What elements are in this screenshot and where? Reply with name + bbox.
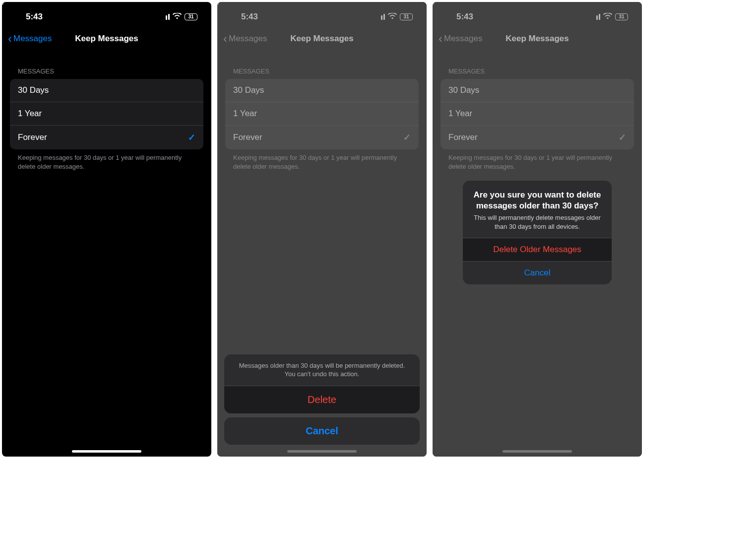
status-bar: 5:43 31 [2, 2, 211, 26]
option-label: 30 Days [18, 85, 49, 95]
home-indicator[interactable] [503, 450, 572, 453]
back-button[interactable]: ‹ Messages [8, 33, 52, 45]
home-indicator[interactable] [72, 450, 141, 453]
alert-title: Are you sure you want to delete messages… [473, 190, 602, 211]
option-1-year[interactable]: 1 Year [10, 102, 203, 126]
checkmark-icon: ✓ [188, 132, 195, 143]
alert-container: Are you sure you want to delete messages… [433, 2, 642, 457]
option-label: 1 Year [18, 109, 42, 119]
action-sheet: Messages older than 30 days will be perm… [224, 354, 420, 445]
cellular-icon [166, 14, 170, 20]
screen-3-alert: 5:43 31 ‹ Messages Keep Messages MESSAGE… [433, 2, 642, 457]
screen-2-action-sheet: 5:43 31 ‹ Messages Keep Messages MESSAGE… [217, 2, 427, 457]
alert-dialog: Are you sure you want to delete messages… [463, 181, 612, 284]
home-indicator[interactable] [287, 450, 357, 453]
cancel-button[interactable]: Cancel [224, 417, 420, 445]
delete-older-messages-button[interactable]: Delete Older Messages [463, 238, 612, 261]
option-forever[interactable]: Forever ✓ [10, 126, 203, 149]
navigation-bar: ‹ Messages Keep Messages [2, 28, 211, 50]
screen-1-keep-messages: 5:43 31 ‹ Messages Keep Messages MESSAGE… [2, 2, 211, 457]
alert-subtitle: This will permanently delete messages ol… [473, 213, 602, 231]
sheet-message: Messages older than 30 days will be perm… [224, 354, 420, 386]
back-label: Messages [13, 34, 52, 44]
chevron-left-icon: ‹ [8, 33, 12, 45]
option-30-days[interactable]: 30 Days [10, 79, 203, 102]
options-list: 30 Days 1 Year Forever ✓ [10, 79, 203, 149]
delete-button[interactable]: Delete [224, 386, 420, 413]
wifi-icon [173, 12, 182, 22]
clock: 5:43 [26, 12, 43, 22]
battery-icon: 31 [185, 13, 197, 20]
section-header: MESSAGES [2, 50, 211, 79]
section-footer: Keeping messages for 30 days or 1 year w… [2, 149, 211, 175]
option-label: Forever [18, 133, 47, 142]
cancel-button[interactable]: Cancel [463, 261, 612, 284]
